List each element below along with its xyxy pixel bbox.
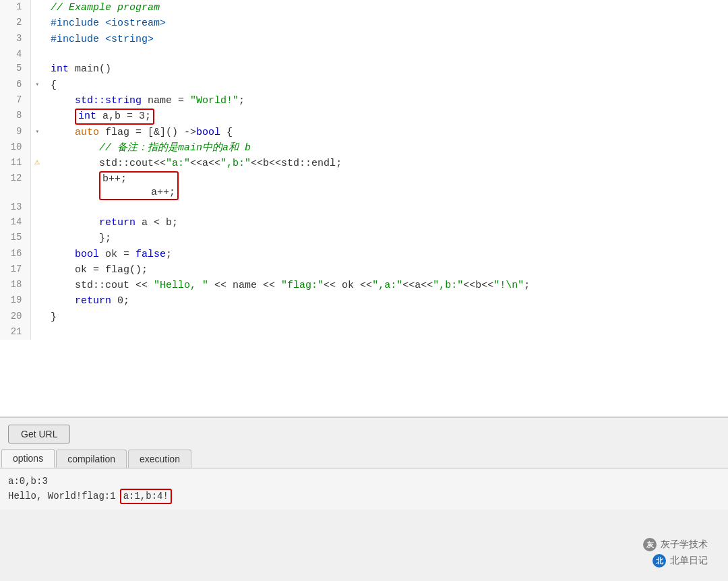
table-row: 18 std::cout << "Hello, " << name << "fl… (0, 278, 728, 293)
code-line-content: std::cout<<"a:"<<a<<",b:"<<b<<std::endl; (44, 156, 728, 171)
line-number: 5 (0, 61, 30, 77)
code-line-content: { (44, 78, 728, 93)
tabs-row: optionscompilationexecution (0, 449, 728, 468)
line-number: 6 (0, 78, 30, 93)
line-number: 13 (0, 200, 30, 215)
table-row: 12 b++; a++; (0, 171, 728, 200)
code-line-content: #include <iostream> (44, 16, 728, 31)
code-line-content: bool ok = false; (44, 247, 728, 262)
table-row: 1// Example program (0, 0, 728, 16)
line-icon (30, 231, 44, 246)
watermark: 灰灰子学技术北北单日记 (643, 538, 708, 568)
line-number: 2 (0, 16, 30, 31)
code-line-content: }; (44, 231, 728, 246)
output-line-2: Hello, World!flag:1 a:1,b:4! (8, 489, 720, 503)
line-icon (30, 16, 44, 31)
line-number: 19 (0, 293, 30, 309)
code-line-content: auto flag = [&]() ->bool { (44, 125, 728, 140)
table-row: 15 }; (0, 231, 728, 246)
bottom-panel: Get URL optionscompilationexecution a:0,… (0, 418, 728, 581)
code-line-content: b++; a++; (44, 171, 728, 200)
code-editor: 1// Example program2#include <iostream>3… (0, 0, 728, 418)
code-line-content: std::string name = "World!"; (44, 93, 728, 109)
line-number: 16 (0, 247, 30, 262)
line-icon (30, 200, 44, 215)
warning-icon: ⚠ (34, 157, 40, 167)
code-line-content (44, 200, 728, 215)
code-line-content: // 备注：指的是main中的a和 b (44, 140, 728, 156)
line-icon (30, 293, 44, 309)
table-row: 2#include <iostream> (0, 16, 728, 31)
line-icon: ⚠ (30, 156, 44, 171)
line-number: 17 (0, 262, 30, 278)
table-row: 9▾ auto flag = [&]() ->bool { (0, 125, 728, 140)
watermark-label: 灰子学技术 (661, 539, 708, 551)
table-row: 11⚠ std::cout<<"a:"<<a<<",b:"<<b<<std::e… (0, 156, 728, 171)
watermark-icon: 北 (653, 554, 666, 568)
code-line-content: ok = flag(); (44, 262, 728, 278)
watermark-item: 北北单日记 (653, 554, 708, 568)
tab-options[interactable]: options (1, 449, 55, 468)
table-row: 13 (0, 200, 728, 215)
output-line-1: a:0,b:3 (8, 474, 720, 489)
get-url-row: Get URL (0, 418, 728, 449)
line-icon (30, 262, 44, 278)
table-row: 6▾{ (0, 78, 728, 93)
code-line-content: } (44, 309, 728, 325)
line-icon: ▾ (30, 125, 44, 140)
tab-compilation[interactable]: compilation (56, 450, 127, 468)
line-number: 20 (0, 309, 30, 325)
get-url-button[interactable]: Get URL (8, 425, 70, 444)
line-icon (30, 278, 44, 293)
line-number: 10 (0, 140, 30, 156)
line-number: 7 (0, 93, 30, 109)
table-row: 20} (0, 309, 728, 325)
line-icon (30, 47, 44, 62)
line-icon (30, 93, 44, 109)
line-icon (30, 109, 44, 125)
line-icon (30, 215, 44, 231)
line-icon (30, 32, 44, 47)
table-row: 5int main() (0, 61, 728, 77)
line-number: 3 (0, 32, 30, 47)
tab-execution[interactable]: execution (128, 450, 191, 468)
output-area: a:0,b:3 Hello, World!flag:1 a:1,b:4! (0, 468, 728, 510)
table-row: 17 ok = flag(); (0, 262, 728, 278)
watermark-icon: 灰 (643, 538, 657, 551)
line-icon (30, 247, 44, 262)
code-line-content: #include <string> (44, 32, 728, 47)
fold-icon: ▾ (35, 128, 39, 135)
table-row: 3#include <string> (0, 32, 728, 47)
output-highlight: a:1,b:4! (120, 489, 172, 503)
line-number: 1 (0, 0, 30, 16)
line-icon: ▾ (30, 78, 44, 93)
table-row: 8 int a,b = 3; (0, 109, 728, 125)
line-number: 18 (0, 278, 30, 293)
line-icon (30, 171, 44, 200)
table-row: 21 (0, 325, 728, 340)
watermark-label: 北单日记 (670, 555, 708, 567)
line-number: 4 (0, 47, 30, 62)
table-row: 7 std::string name = "World!"; (0, 93, 728, 109)
line-number: 15 (0, 231, 30, 246)
table-row: 19 return 0; (0, 293, 728, 309)
code-line-content: // Example program (44, 0, 728, 16)
table-row: 10 // 备注：指的是main中的a和 b (0, 140, 728, 156)
code-table: 1// Example program2#include <iostream>3… (0, 0, 728, 340)
code-line-content (44, 47, 728, 62)
line-number: 11 (0, 156, 30, 171)
table-row: 4 (0, 47, 728, 62)
line-number: 21 (0, 325, 30, 340)
code-line-content: return 0; (44, 293, 728, 309)
line-number: 14 (0, 215, 30, 231)
line-icon (30, 0, 44, 16)
line-icon (30, 61, 44, 77)
line-number: 12 (0, 171, 30, 200)
code-line-content: std::cout << "Hello, " << name << "flag:… (44, 278, 728, 293)
line-number: 9 (0, 125, 30, 140)
table-row: 14 return a < b; (0, 215, 728, 231)
line-icon (30, 325, 44, 340)
code-line-content: return a < b; (44, 215, 728, 231)
line-icon (30, 309, 44, 325)
table-row: 16 bool ok = false; (0, 247, 728, 262)
